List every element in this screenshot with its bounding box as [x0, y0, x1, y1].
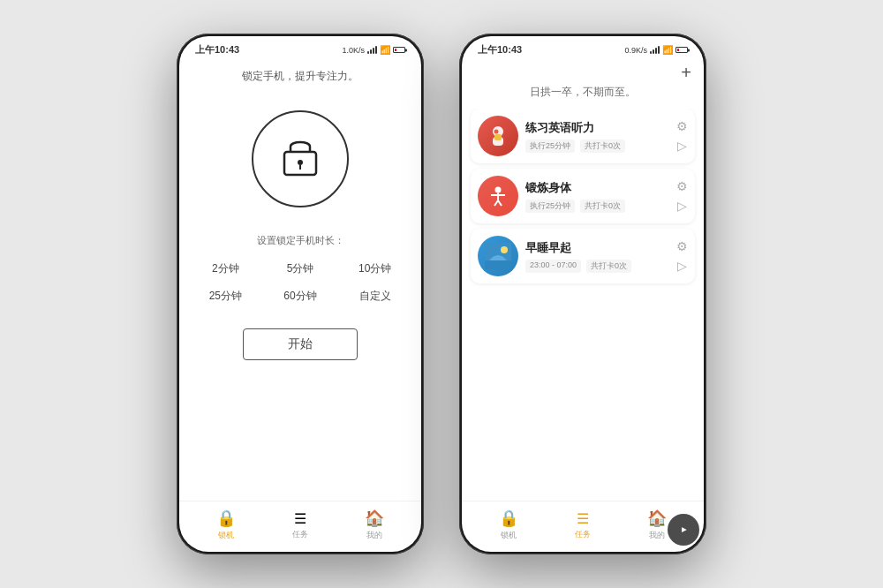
task-meta-english: 执行25分钟 共打卡0次 [525, 139, 669, 153]
add-task-button[interactable]: + [681, 64, 691, 81]
svg-point-7 [495, 187, 502, 193]
network-speed-2: 0.9K/s [624, 46, 647, 55]
status-bar-2: 上午10:43 0.9K/s 📶 [462, 36, 704, 60]
status-icons-1: 1.0K/s 📶 [342, 45, 405, 55]
play-icon-english[interactable]: ▷ [677, 139, 687, 153]
duration-grid: 2分钟 5分钟 10分钟 25分钟 60分钟 自定义 [197, 260, 404, 305]
nav-lock-2[interactable]: 🔒 锁机 [499, 509, 518, 541]
task-meta-exercise: 执行25分钟 共打卡0次 [525, 200, 669, 213]
svg-point-5 [494, 130, 499, 134]
nav-mine-1[interactable]: 🏠 我的 [365, 509, 384, 541]
task-meta-sleep: 23:00 - 07:00 共打卡0次 [525, 260, 669, 273]
duration-5min[interactable]: 5分钟 [272, 260, 329, 278]
task-title-sleep: 早睡早起 [525, 240, 669, 256]
task-title-english: 练习英语听力 [525, 120, 669, 136]
duration-60min[interactable]: 60分钟 [272, 287, 329, 305]
task-card-english: 练习英语听力 执行25分钟 共打卡0次 ⚙ ▷ [471, 109, 695, 163]
settings-icon-sleep[interactable]: ⚙ [676, 239, 688, 253]
lock-subtitle: 锁定手机，提升专注力。 [242, 69, 358, 84]
mine-nav-icon: 🏠 [365, 509, 384, 528]
phone1-main: 锁定手机，提升专注力。 设置锁定手机时长： 2分钟 5分钟 10分钟 25分钟 [179, 60, 421, 501]
phone-2: 上午10:43 0.9K/s 📶 + 日拱一卒，不期而至。 [459, 34, 706, 554]
status-bar-1: 上午10:43 1.0K/s 📶 [179, 36, 421, 60]
signal-icon-2 [650, 46, 660, 54]
wifi-icon-2: 📶 [662, 45, 673, 55]
task-tag-duration-exercise: 执行25分钟 [525, 200, 575, 213]
duration-10min[interactable]: 10分钟 [346, 260, 404, 278]
status-icons-2: 0.9K/s 📶 [624, 45, 688, 55]
task-info-exercise: 锻炼身体 执行25分钟 共打卡0次 [525, 180, 669, 213]
watermark: ▶ [668, 514, 699, 546]
play-icon-sleep[interactable]: ▷ [677, 259, 687, 273]
mine-nav-icon-2: 🏠 [647, 509, 667, 528]
watermark-icon: ▶ [682, 526, 686, 533]
task-tag-duration-english: 执行25分钟 [525, 139, 575, 153]
settings-icon-english[interactable]: ⚙ [676, 119, 688, 133]
nav-lock-1[interactable]: 🔒 锁机 [216, 509, 236, 541]
task-tag-count-exercise: 共打卡0次 [580, 200, 625, 213]
phone-1: 上午10:43 1.0K/s 📶 锁定手机，提升专注力。 [177, 34, 424, 554]
task-nav-icon: ☰ [294, 510, 306, 527]
task-list: 练习英语听力 执行25分钟 共打卡0次 ⚙ ▷ [462, 109, 704, 501]
phone2-header: + [462, 60, 704, 81]
svg-rect-14 [485, 260, 511, 269]
lock-icon [281, 132, 320, 185]
lock-nav-icon-2: 🔒 [499, 509, 518, 528]
nav-task-2[interactable]: ☰ 任务 [575, 510, 591, 540]
svg-rect-6 [494, 134, 502, 140]
svg-point-1 [298, 160, 303, 165]
play-icon-exercise[interactable]: ▷ [677, 199, 687, 213]
task-nav-icon-2: ☰ [577, 510, 589, 527]
task-info-sleep: 早睡早起 23:00 - 07:00 共打卡0次 [525, 240, 669, 273]
task-motto: 日拱一卒，不期而至。 [462, 81, 704, 109]
network-speed-1: 1.0K/s [342, 46, 365, 55]
task-avatar-exercise [478, 176, 518, 216]
nav-task-1[interactable]: ☰ 任务 [292, 510, 308, 540]
task-actions-english: ⚙ ▷ [676, 119, 688, 153]
signal-icon [367, 46, 377, 54]
task-avatar-english [478, 116, 518, 156]
task-tag-time-sleep: 23:00 - 07:00 [525, 260, 581, 273]
duration-2min[interactable]: 2分钟 [197, 260, 254, 278]
battery-icon-2 [675, 47, 688, 53]
task-tag-count-sleep: 共打卡0次 [586, 260, 631, 273]
task-info-english: 练习英语听力 执行25分钟 共打卡0次 [525, 120, 669, 153]
task-card-sleep: 早睡早起 23:00 - 07:00 共打卡0次 ⚙ ▷ [471, 229, 695, 283]
lock-circle [252, 110, 349, 207]
duration-25min[interactable]: 25分钟 [197, 287, 254, 305]
status-time-2: 上午10:43 [478, 43, 522, 57]
svg-point-13 [501, 246, 508, 253]
settings-icon-exercise[interactable]: ⚙ [676, 179, 688, 193]
svg-line-11 [498, 200, 502, 206]
task-avatar-sleep [478, 236, 518, 276]
wifi-icon: 📶 [380, 45, 390, 55]
duration-custom[interactable]: 自定义 [346, 287, 404, 305]
bottom-nav-1: 🔒 锁机 ☰ 任务 🏠 我的 [179, 501, 421, 552]
task-actions-exercise: ⚙ ▷ [676, 179, 688, 213]
status-time-1: 上午10:43 [195, 43, 239, 57]
nav-mine-2[interactable]: 🏠 我的 [647, 509, 667, 541]
task-card-exercise: 锻炼身体 执行25分钟 共打卡0次 ⚙ ▷ [471, 169, 695, 223]
task-title-exercise: 锻炼身体 [525, 180, 669, 196]
battery-icon [393, 47, 405, 53]
task-tag-count-english: 共打卡0次 [580, 139, 625, 153]
start-button[interactable]: 开始 [243, 328, 358, 360]
duration-label: 设置锁定手机时长： [257, 234, 344, 247]
task-actions-sleep: ⚙ ▷ [676, 239, 688, 273]
lock-nav-icon: 🔒 [216, 509, 236, 528]
phone2-main: + 日拱一卒，不期而至。 [462, 60, 704, 501]
